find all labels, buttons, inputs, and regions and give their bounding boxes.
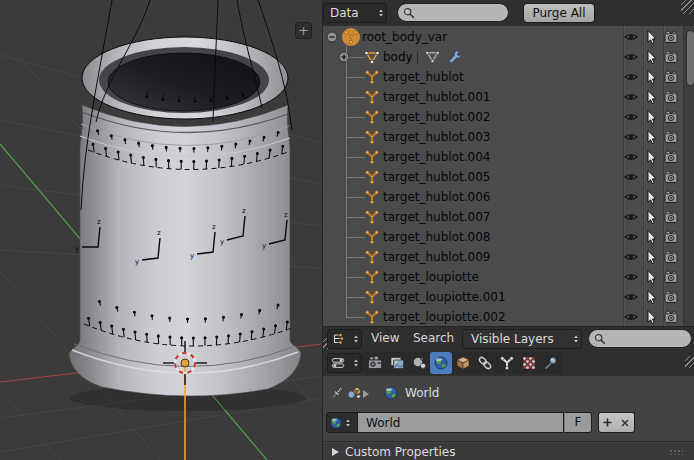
selectability-cursor-icon[interactable]	[643, 129, 659, 145]
tab-scene[interactable]	[408, 352, 430, 374]
tab-object[interactable]	[452, 352, 474, 374]
unlink-datablock-button[interactable]	[616, 412, 635, 433]
tree-row[interactable]: target_hublot.007	[323, 207, 681, 227]
selectability-cursor-icon[interactable]	[643, 169, 659, 185]
selectability-cursor-icon[interactable]	[643, 109, 659, 125]
selectability-cursor-icon[interactable]	[643, 269, 659, 285]
visibility-eye-icon[interactable]	[623, 249, 639, 265]
new-datablock-button[interactable]	[598, 412, 617, 433]
renderability-camera-icon[interactable]	[663, 49, 679, 65]
tab-physics[interactable]	[540, 352, 562, 374]
selectability-cursor-icon[interactable]	[643, 209, 659, 225]
tree-row[interactable]: target_hublot.004	[323, 147, 681, 167]
selectability-cursor-icon[interactable]	[643, 29, 659, 45]
visibility-eye-icon[interactable]	[623, 229, 639, 245]
display-mode-dropdown[interactable]: Visible Layers	[462, 329, 582, 349]
tree-row[interactable]: target_hublot.006	[323, 187, 681, 207]
selectability-cursor-icon[interactable]	[643, 289, 659, 305]
selectability-cursor-icon[interactable]	[643, 309, 659, 325]
tree-row[interactable]: target_hublot.009	[323, 247, 681, 267]
visibility-eye-icon[interactable]	[623, 29, 639, 45]
world-name-field[interactable]	[358, 412, 564, 433]
tab-constraints[interactable]	[474, 352, 496, 374]
mesh-data-icon	[425, 49, 440, 64]
tree-row[interactable]: target_hublot.008	[323, 227, 681, 247]
renderability-camera-icon[interactable]	[663, 29, 679, 45]
selectability-cursor-icon[interactable]	[643, 249, 659, 265]
tree-row[interactable]: root_body_var	[323, 27, 681, 47]
visibility-eye-icon[interactable]	[623, 289, 639, 305]
tab-texture[interactable]	[518, 352, 540, 374]
scene-data-icon[interactable]	[346, 385, 362, 401]
corner-resize-grip[interactable]	[685, 356, 694, 368]
visibility-eye-icon[interactable]	[623, 89, 639, 105]
tree-row[interactable]: target_hublot.003	[323, 127, 681, 147]
renderability-camera-icon[interactable]	[663, 169, 679, 185]
tree-row[interactable]: body	[323, 47, 681, 67]
view-menu[interactable]: View	[371, 331, 399, 345]
renderability-camera-icon[interactable]	[663, 89, 679, 105]
editor-type-button-outliner[interactable]	[327, 329, 362, 349]
tree-row[interactable]: target_loupiotte.002	[323, 307, 681, 326]
renderability-camera-icon[interactable]	[663, 129, 679, 145]
object-extra-icons	[417, 49, 462, 64]
visibility-eye-icon[interactable]	[623, 49, 639, 65]
visibility-eye-icon[interactable]	[623, 69, 639, 85]
expand-toggle-icon[interactable]	[337, 50, 351, 64]
right-panel: Data Purge All root_body_var	[322, 0, 694, 460]
panel-drag-grip[interactable]	[669, 449, 683, 455]
visibility-eye-icon[interactable]	[623, 109, 639, 125]
tab-world[interactable]	[430, 352, 452, 374]
renderability-camera-icon[interactable]	[663, 69, 679, 85]
outliner-filter-search-field[interactable]	[588, 329, 692, 348]
visibility-eye-icon[interactable]	[623, 269, 639, 285]
selectability-cursor-icon[interactable]	[643, 189, 659, 205]
visibility-eye-icon[interactable]	[623, 149, 639, 165]
pin-icon[interactable]	[329, 385, 345, 401]
renderability-camera-icon[interactable]	[663, 249, 679, 265]
tree-row[interactable]: target_loupiotte.001	[323, 287, 681, 307]
visibility-eye-icon[interactable]	[623, 129, 639, 145]
world-browse-dropdown[interactable]	[326, 412, 358, 433]
tree-row[interactable]: target_hublot.002	[323, 107, 681, 127]
tab-render-layers[interactable]	[386, 352, 408, 374]
selectability-cursor-icon[interactable]	[643, 49, 659, 65]
renderability-camera-icon[interactable]	[663, 229, 679, 245]
visibility-eye-icon[interactable]	[623, 309, 639, 325]
renderability-camera-icon[interactable]	[663, 269, 679, 285]
tree-row[interactable]: target_hublot.001	[323, 87, 681, 107]
purge-all-button[interactable]: Purge All	[523, 3, 595, 23]
selectability-cursor-icon[interactable]	[643, 229, 659, 245]
editor-type-button-properties[interactable]	[327, 353, 362, 373]
tab-render[interactable]	[364, 352, 386, 374]
custom-properties-panel-header[interactable]: Custom Properties	[323, 441, 694, 460]
scrollbar-thumb[interactable]	[686, 30, 694, 86]
3d-viewport[interactable]: yzyzyzyzyz +	[0, 0, 322, 460]
open-region-plus-button[interactable]: +	[295, 22, 312, 39]
visibility-eye-icon[interactable]	[623, 169, 639, 185]
fake-user-button[interactable]: F	[564, 412, 592, 433]
empty-object-icon	[364, 289, 380, 305]
tree-row[interactable]: target_hublot.005	[323, 167, 681, 187]
renderability-camera-icon[interactable]	[663, 189, 679, 205]
renderability-camera-icon[interactable]	[663, 289, 679, 305]
tree-row[interactable]: target_hublot	[323, 67, 681, 87]
selectability-cursor-icon[interactable]	[643, 149, 659, 165]
renderability-camera-icon[interactable]	[663, 149, 679, 165]
corner-resize-grip[interactable]	[681, 0, 694, 14]
expand-toggle-icon[interactable]	[325, 30, 339, 44]
renderability-camera-icon[interactable]	[663, 309, 679, 325]
renderability-camera-icon[interactable]	[663, 209, 679, 225]
tab-object-data[interactable]	[496, 352, 518, 374]
visibility-eye-icon[interactable]	[623, 189, 639, 205]
outliner-search-field[interactable]	[397, 3, 509, 22]
selectability-cursor-icon[interactable]	[643, 89, 659, 105]
outliner-display-mode-dropdown[interactable]: Data	[323, 3, 387, 23]
search-menu[interactable]: Search	[413, 331, 454, 345]
scrollbar-track[interactable]	[683, 26, 694, 326]
selectability-cursor-icon[interactable]	[643, 69, 659, 85]
renderability-camera-icon[interactable]	[663, 109, 679, 125]
tree-row[interactable]: target_loupiotte	[323, 267, 681, 287]
visibility-eye-icon[interactable]	[623, 209, 639, 225]
svg-text:y: y	[135, 258, 139, 266]
